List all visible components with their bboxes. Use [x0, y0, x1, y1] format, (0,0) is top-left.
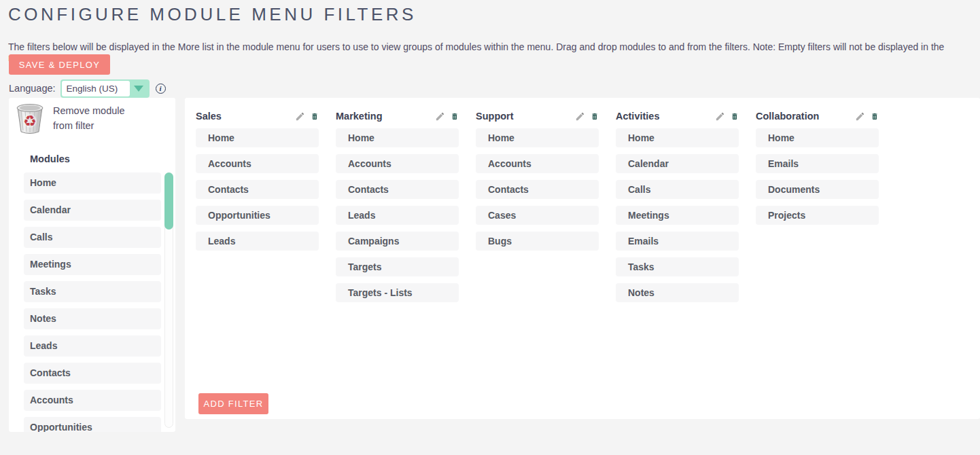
filter-module-label: Notes	[628, 287, 654, 298]
filters-row: Sales HomeAccountsContactsOpportunitiesL…	[196, 111, 973, 309]
filter-module-label: Cases	[488, 210, 516, 221]
filter-module-label: Home	[768, 132, 794, 143]
trash-icon[interactable]	[591, 112, 599, 121]
modules-scrollbar-thumb[interactable]	[164, 172, 173, 230]
trash-icon[interactable]	[731, 112, 739, 121]
filter-module-item[interactable]: Bugs	[476, 232, 599, 251]
module-list-item[interactable]: Notes	[24, 308, 161, 329]
filter-module-item[interactable]: Home	[476, 128, 599, 147]
filter-module-item[interactable]: Calls	[616, 180, 739, 199]
module-item-label: Leads	[30, 340, 57, 351]
language-row: Language: English (US) i	[9, 79, 166, 98]
filter-module-item[interactable]: Notes	[616, 283, 739, 302]
module-list-item[interactable]: Meetings	[24, 254, 161, 275]
trash-icon[interactable]	[311, 112, 319, 121]
filter-module-label: Accounts	[488, 158, 531, 169]
recycle-trash-can-icon: ♻	[14, 102, 46, 136]
filter-module-item[interactable]: Targets	[336, 257, 459, 276]
modules-heading: Modules	[30, 153, 70, 164]
filter-module-item[interactable]: Campaigns	[336, 232, 459, 251]
filter-module-item[interactable]: Opportunities	[196, 206, 319, 225]
filter-module-label: Contacts	[208, 184, 249, 195]
filter-module-label: Contacts	[488, 184, 529, 195]
filter-module-label: Home	[348, 132, 374, 143]
filter-module-item[interactable]: Accounts	[336, 154, 459, 173]
pencil-icon[interactable]	[574, 111, 586, 122]
pencil-icon[interactable]	[294, 111, 306, 122]
module-item-label: Opportunities	[30, 422, 92, 432]
filter-module-item[interactable]: Home	[336, 128, 459, 147]
pencil-icon[interactable]	[714, 111, 726, 122]
filter-module-item[interactable]: Cases	[476, 206, 599, 225]
filter-module-item[interactable]: Accounts	[196, 154, 319, 173]
filter-header: Support	[476, 111, 599, 122]
pencil-icon[interactable]	[434, 111, 446, 122]
filter-module-item[interactable]: Contacts	[336, 180, 459, 199]
trash-icon[interactable]	[871, 112, 879, 121]
filter-module-label: Accounts	[348, 158, 391, 169]
remove-module-hint: Remove module from filter	[53, 103, 125, 133]
module-list-item[interactable]: Leads	[24, 335, 161, 357]
module-item-label: Meetings	[30, 259, 71, 270]
filter-module-item[interactable]: Home	[756, 128, 879, 147]
filter-module-item[interactable]: Projects	[756, 206, 879, 225]
filter-module-label: Calls	[628, 184, 650, 195]
page-title: CONFIGURE MODULE MENU FILTERS	[8, 4, 417, 25]
filter-header: Collaboration	[756, 111, 879, 122]
filter-module-label: Targets - Lists	[348, 287, 413, 298]
module-list-item[interactable]: Calls	[24, 227, 161, 248]
filter-module-item[interactable]: Contacts	[476, 180, 599, 199]
info-icon[interactable]: i	[156, 84, 166, 94]
filter-items: HomeAccountsContactsOpportunitiesLeads	[196, 128, 319, 251]
save-deploy-button[interactable]: SAVE & DEPLOY	[9, 54, 110, 75]
filter-module-item[interactable]: Leads	[336, 206, 459, 225]
filter-module-item[interactable]: Leads	[196, 232, 319, 251]
module-list-item[interactable]: Calendar	[24, 200, 161, 221]
filter-column: Collaboration HomeEmailsDocumentsProject…	[756, 111, 879, 309]
filter-module-item[interactable]: Emails	[756, 154, 879, 173]
filter-items: HomeAccountsContactsLeadsCampaignsTarget…	[336, 128, 459, 302]
module-list-item[interactable]: Contacts	[24, 363, 161, 384]
module-list-item[interactable]: Tasks	[24, 281, 161, 302]
module-item-label: Notes	[30, 313, 56, 324]
filter-module-item[interactable]: Documents	[756, 180, 879, 199]
filter-module-item[interactable]: Tasks	[616, 257, 739, 276]
pencil-icon[interactable]	[854, 111, 866, 122]
filter-name: Activities	[616, 111, 714, 122]
filter-module-item[interactable]: Targets - Lists	[336, 283, 459, 302]
filter-items: HomeCalendarCallsMeetingsEmailsTasksNote…	[616, 128, 739, 302]
chevron-down-icon[interactable]	[130, 86, 148, 92]
filter-module-item[interactable]: Home	[196, 128, 319, 147]
module-list-item[interactable]: Accounts	[24, 390, 161, 411]
filter-name: Collaboration	[756, 111, 854, 122]
module-list-item[interactable]: Home	[24, 172, 161, 194]
page-description: The filters below will be displayed in t…	[8, 41, 966, 63]
filter-module-label: Home	[488, 132, 514, 143]
trash-icon[interactable]	[451, 112, 459, 121]
filter-column: Activities HomeCalendarCallsMeetingsEmai…	[616, 111, 739, 309]
configure-module-menu-filters-page: CONFIGURE MODULE MENU FILTERS The filter…	[0, 0, 980, 455]
filter-module-item[interactable]: Contacts	[196, 180, 319, 199]
filter-name: Support	[476, 111, 574, 122]
filter-module-item[interactable]: Emails	[616, 232, 739, 251]
module-item-label: Calls	[30, 232, 52, 242]
filter-module-item[interactable]: Meetings	[616, 206, 739, 225]
module-list-item[interactable]: Opportunities	[24, 417, 161, 432]
filter-module-label: Leads	[348, 210, 375, 221]
filter-module-label: Emails	[628, 236, 659, 247]
filter-module-item[interactable]: Home	[616, 128, 739, 147]
filter-column: Marketing HomeAccountsContactsLeadsCampa…	[336, 111, 459, 309]
remove-module-dropzone[interactable]: ♻ Remove module from filter	[14, 101, 171, 141]
filter-name: Sales	[196, 111, 294, 122]
filter-module-label: Calendar	[628, 158, 669, 169]
filter-module-label: Documents	[768, 184, 820, 195]
filter-header: Marketing	[336, 111, 459, 122]
filter-header: Activities	[616, 111, 739, 122]
add-filter-button[interactable]: ADD FILTER	[198, 393, 268, 414]
filter-module-label: Accounts	[208, 158, 251, 169]
filter-module-item[interactable]: Accounts	[476, 154, 599, 173]
language-select[interactable]: English (US)	[60, 79, 150, 98]
filter-module-item[interactable]: Calendar	[616, 154, 739, 173]
filter-module-label: Campaigns	[348, 236, 399, 247]
filter-module-label: Home	[628, 132, 654, 143]
